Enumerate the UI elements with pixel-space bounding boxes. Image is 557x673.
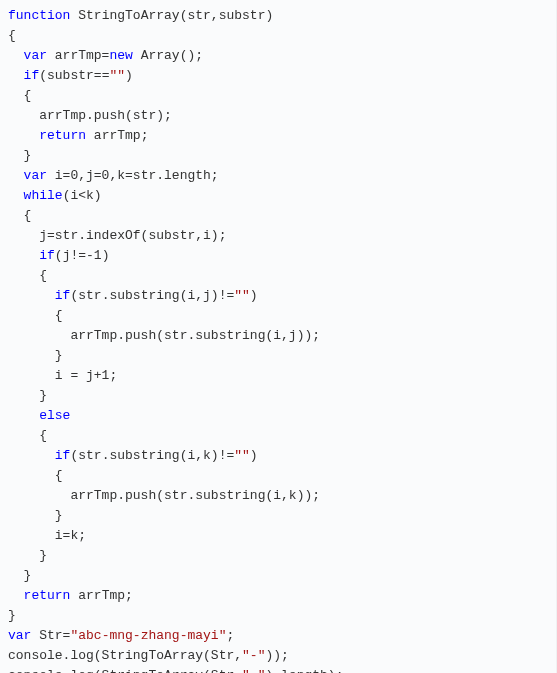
- code-line: if(j!=-1): [8, 246, 548, 266]
- code-line: {: [8, 466, 548, 486]
- code-block: function StringToArray(str,substr){ var …: [0, 0, 557, 673]
- code-line: {: [8, 26, 548, 46]
- code-line: i=k;: [8, 526, 548, 546]
- code-line: }: [8, 606, 548, 626]
- code-line: }: [8, 566, 548, 586]
- code-line: {: [8, 306, 548, 326]
- code-line: }: [8, 386, 548, 406]
- code-line: {: [8, 206, 548, 226]
- code-line: }: [8, 146, 548, 166]
- code-line: console.log(StringToArray(Str,"-"));: [8, 646, 548, 666]
- code-line: if(substr==""): [8, 66, 548, 86]
- code-line: }: [8, 546, 548, 566]
- code-line: if(str.substring(i,k)!=""): [8, 446, 548, 466]
- code-line: var Str="abc-mng-zhang-mayi";: [8, 626, 548, 646]
- code-line: return arrTmp;: [8, 126, 548, 146]
- code-line: {: [8, 86, 548, 106]
- code-line: var i=0,j=0,k=str.length;: [8, 166, 548, 186]
- code-line: arrTmp.push(str.substring(i,j));: [8, 326, 548, 346]
- code-line: else: [8, 406, 548, 426]
- code-line: {: [8, 426, 548, 446]
- code-line: while(i<k): [8, 186, 548, 206]
- code-line: j=str.indexOf(substr,i);: [8, 226, 548, 246]
- code-line: {: [8, 266, 548, 286]
- code-line: }: [8, 506, 548, 526]
- code-line: arrTmp.push(str.substring(i,k));: [8, 486, 548, 506]
- code-line: return arrTmp;: [8, 586, 548, 606]
- code-line: console.log(StringToArray(Str,"-").lengt…: [8, 666, 548, 673]
- code-line: if(str.substring(i,j)!=""): [8, 286, 548, 306]
- code-line: function StringToArray(str,substr): [8, 6, 548, 26]
- code-line: i = j+1;: [8, 366, 548, 386]
- code-line: var arrTmp=new Array();: [8, 46, 548, 66]
- code-line: }: [8, 346, 548, 366]
- code-line: arrTmp.push(str);: [8, 106, 548, 126]
